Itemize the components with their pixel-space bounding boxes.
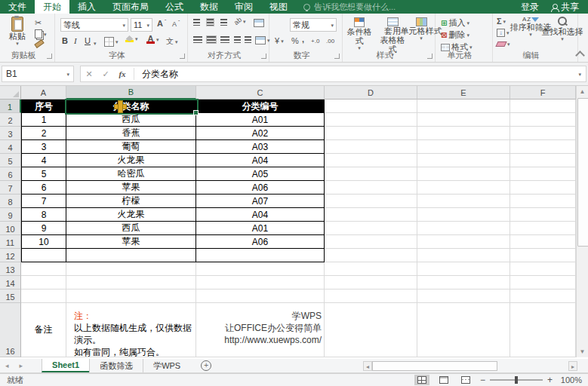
cell-C12[interactable]	[196, 249, 325, 262]
grow-font-button[interactable]: Aˆ	[157, 19, 166, 28]
cell-F7[interactable]	[510, 181, 576, 195]
cell-E7[interactable]	[417, 181, 510, 195]
sheet-tab-函数筛选[interactable]: 函数筛选	[89, 359, 143, 372]
column-header-D[interactable]: D	[325, 86, 417, 100]
cell-B10[interactable]: 西瓜	[66, 222, 196, 235]
menu-tab-数据[interactable]: 数据	[192, 0, 226, 14]
accounting-format-button[interactable]: ¥▾	[275, 36, 284, 45]
cell-C2[interactable]: A01	[196, 113, 325, 127]
cell-C5[interactable]: A04	[196, 154, 325, 167]
select-all-corner[interactable]	[0, 86, 21, 100]
cell-F11[interactable]	[510, 235, 576, 249]
cell-A14[interactable]	[21, 276, 66, 290]
comma-style-button[interactable]: ,	[302, 35, 304, 44]
cell-E13[interactable]	[417, 262, 510, 276]
new-sheet-button[interactable]: +	[201, 359, 211, 372]
cell-F8[interactable]	[510, 195, 576, 208]
cell-C16[interactable]: 学WPS让OFFICE办公变得简单http://www.xuewps.com/	[196, 303, 325, 357]
insert-cells-button[interactable]: ⊞插入▾	[441, 17, 469, 29]
cell-E12[interactable]	[417, 249, 510, 262]
clipboard-dialog-launcher[interactable]	[47, 54, 52, 59]
row-header-8[interactable]: 8	[0, 195, 21, 208]
cell-E8[interactable]	[417, 195, 510, 208]
cancel-button[interactable]: ✕	[81, 69, 97, 79]
cell-B16[interactable]: 注：以上数据随机生成，仅供数据演示。如有雷同，纯属巧合。	[66, 303, 196, 357]
cell-A13[interactable]	[21, 262, 66, 276]
underline-dropdown[interactable]: ▾	[94, 41, 97, 46]
cell-C4[interactable]: A03	[196, 140, 325, 154]
scroll-up-arrow[interactable]: ▲	[577, 88, 588, 95]
zoom-in-button[interactable]: +	[547, 375, 553, 385]
percent-style-button[interactable]: %	[291, 36, 299, 45]
cell-F2[interactable]	[510, 113, 576, 127]
bold-button[interactable]: B	[62, 36, 68, 45]
font-color-button[interactable]: A▾	[146, 35, 159, 44]
name-box[interactable]: B1 ▾	[2, 66, 74, 82]
cell-B12[interactable]	[66, 249, 196, 262]
cell-C11[interactable]: A06	[196, 235, 325, 249]
cell-B5[interactable]: 火龙果	[66, 154, 196, 167]
cell-E16[interactable]	[417, 303, 510, 357]
expand-formula-bar-button[interactable]: ▾	[578, 72, 586, 77]
cell-F10[interactable]	[510, 222, 576, 235]
sheet-tab-Sheet1[interactable]: Sheet1	[42, 359, 89, 372]
cell-C14[interactable]	[196, 276, 325, 290]
cell-D16[interactable]	[325, 303, 417, 357]
cell-F5[interactable]	[510, 154, 576, 167]
row-header-3[interactable]: 3	[0, 127, 21, 140]
column-header-A[interactable]: A	[21, 86, 66, 100]
scroll-down-arrow[interactable]: ▼	[577, 348, 588, 355]
top-align-button[interactable]	[193, 19, 200, 26]
cell-A10[interactable]: 9	[21, 222, 66, 235]
cell-D13[interactable]	[325, 262, 417, 276]
align-center-button[interactable]	[207, 36, 216, 43]
number-dialog-launcher[interactable]	[334, 54, 340, 59]
cell-B14[interactable]	[66, 276, 196, 290]
cell-A7[interactable]: 6	[21, 181, 66, 195]
insert-function-button[interactable]: fx	[114, 69, 131, 78]
cell-F14[interactable]	[510, 276, 576, 290]
share-button[interactable]: 共享	[551, 1, 579, 14]
cell-B7[interactable]: 苹果	[66, 181, 196, 195]
font-dialog-launcher[interactable]	[180, 54, 185, 59]
cut-button[interactable]: ✂	[35, 18, 42, 28]
fill-color-button[interactable]: ▾	[125, 35, 138, 42]
align-right-button[interactable]	[220, 36, 229, 43]
row-header-12[interactable]: 12	[0, 249, 21, 262]
cell-E6[interactable]	[417, 167, 510, 181]
column-header-C[interactable]: C	[196, 86, 325, 100]
cell-D5[interactable]	[325, 154, 417, 167]
enter-button[interactable]: ✓	[97, 69, 114, 79]
alignment-dialog-launcher[interactable]	[261, 54, 266, 59]
find-select-button[interactable]: 查找和选择▾	[548, 17, 577, 41]
conditional-formatting-button[interactable]: 条件格式▾	[343, 17, 375, 51]
cell-B6[interactable]: 哈密瓜	[66, 167, 196, 181]
font-name-combo[interactable]: 等线▾	[60, 18, 128, 32]
cell-A16[interactable]: 备注	[21, 303, 66, 357]
row-header-14[interactable]: 14	[0, 276, 21, 290]
font-size-combo[interactable]: 11▾	[131, 18, 152, 32]
cell-C15[interactable]	[196, 290, 325, 303]
merge-center-button[interactable]: ▾	[255, 36, 270, 44]
cell-F6[interactable]	[510, 167, 576, 181]
borders-button[interactable]: ▾	[104, 37, 119, 47]
delete-cells-button[interactable]: ⊠删除▾	[441, 29, 469, 41]
cell-D12[interactable]	[325, 249, 417, 262]
cell-B9[interactable]: 火龙果	[66, 208, 196, 222]
phonetic-guide-button[interactable]: 文▾	[166, 36, 178, 47]
menu-tab-开始[interactable]: 开始	[35, 0, 69, 14]
middle-align-button[interactable]	[207, 19, 214, 26]
sheet-nav-left-arrow[interactable]: ◂	[0, 359, 14, 372]
cell-E2[interactable]	[417, 113, 510, 127]
cell-F12[interactable]	[510, 249, 576, 262]
row-header-13[interactable]: 13	[0, 262, 21, 276]
styles-dialog-launcher[interactable]	[427, 54, 433, 59]
menu-tab-插入[interactable]: 插入	[69, 0, 104, 14]
cell-D2[interactable]	[325, 113, 417, 127]
cell-E15[interactable]	[417, 290, 510, 303]
italic-button[interactable]: I	[74, 36, 77, 45]
autosum-button[interactable]: Σ▾	[497, 17, 506, 26]
menu-tab-审阅[interactable]: 审阅	[226, 0, 261, 14]
cell-A3[interactable]: 2	[21, 127, 66, 140]
cell-B1[interactable]: 分类名称	[66, 100, 196, 113]
